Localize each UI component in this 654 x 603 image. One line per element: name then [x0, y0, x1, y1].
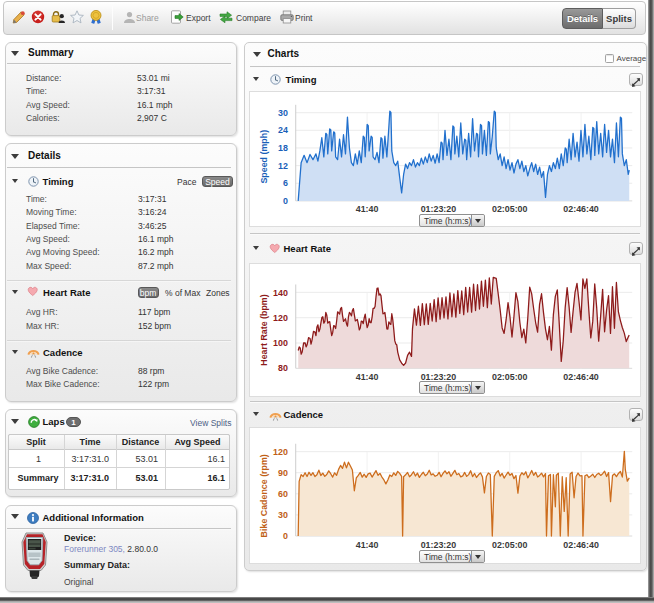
svg-text:02:46:40: 02:46:40 [563, 540, 599, 550]
svg-text:Speed (mph): Speed (mph) [259, 130, 269, 184]
svg-text:80: 80 [278, 363, 288, 373]
svg-text:30: 30 [278, 510, 288, 520]
svg-text:02:46:40: 02:46:40 [563, 204, 599, 214]
svg-text:01:23:20: 01:23:20 [421, 540, 457, 550]
svg-text:120: 120 [273, 313, 288, 323]
svg-text:60: 60 [278, 489, 288, 499]
svg-text:41:40: 41:40 [356, 204, 379, 214]
svg-text:Bike Cadence (rpm): Bike Cadence (rpm) [259, 454, 269, 537]
svg-text:41:40: 41:40 [356, 540, 379, 550]
svg-text:140: 140 [273, 288, 288, 298]
svg-text:0: 0 [283, 196, 288, 206]
svg-text:90: 90 [278, 468, 288, 478]
svg-text:120: 120 [273, 447, 288, 457]
svg-text:02:46:40: 02:46:40 [563, 372, 599, 382]
svg-text:02:05:00: 02:05:00 [492, 204, 528, 214]
svg-text:24: 24 [278, 125, 288, 135]
svg-text:0: 0 [283, 531, 288, 541]
svg-text:6: 6 [283, 178, 288, 188]
svg-text:02:05:00: 02:05:00 [492, 372, 528, 382]
svg-text:12: 12 [278, 161, 288, 171]
svg-text:18: 18 [278, 143, 288, 153]
svg-text:30: 30 [278, 108, 288, 118]
svg-text:Heart Rate (bpm): Heart Rate (bpm) [259, 294, 269, 365]
svg-text:01:23:20: 01:23:20 [421, 204, 457, 214]
svg-text:02:05:00: 02:05:00 [492, 540, 528, 550]
svg-text:41:40: 41:40 [356, 372, 379, 382]
svg-text:100: 100 [273, 338, 288, 348]
